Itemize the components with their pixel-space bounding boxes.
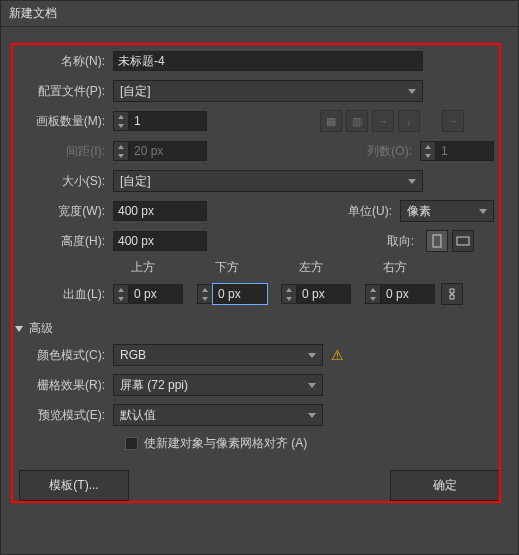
spacing-spinner bbox=[113, 141, 207, 161]
width-input[interactable] bbox=[113, 201, 207, 221]
arrange-right-icon: → bbox=[372, 110, 394, 132]
templates-button[interactable]: 模板(T)... bbox=[19, 470, 129, 501]
align-grid-label: 使新建对象与像素网格对齐 (A) bbox=[144, 435, 307, 452]
size-value: [自定] bbox=[120, 173, 151, 190]
bleed-left-label: 左方 bbox=[281, 259, 365, 276]
align-grid-checkbox[interactable] bbox=[125, 437, 138, 450]
dialog-title: 新建文档 bbox=[9, 6, 57, 20]
name-label: 名称(N): bbox=[15, 53, 113, 70]
templates-button-label: 模板(T)... bbox=[49, 478, 98, 492]
chevron-down-icon bbox=[408, 89, 416, 94]
chevron-down-icon bbox=[408, 179, 416, 184]
grid-col-icon: ▥ bbox=[346, 110, 368, 132]
profile-label: 配置文件(P): bbox=[15, 83, 113, 100]
grid-row-icon: ▦ bbox=[320, 110, 342, 132]
units-value: 像素 bbox=[407, 203, 431, 220]
chevron-down-icon bbox=[479, 209, 487, 214]
warning-icon: ⚠ bbox=[331, 347, 344, 363]
dialog-titlebar: 新建文档 bbox=[1, 1, 518, 27]
disclosure-triangle-icon[interactable] bbox=[15, 326, 23, 332]
bleed-bottom-input[interactable] bbox=[213, 284, 267, 304]
orient-label: 取向: bbox=[372, 233, 422, 250]
spacing-input bbox=[129, 141, 207, 161]
bleed-left-input[interactable] bbox=[297, 284, 351, 304]
size-dropdown[interactable]: [自定] bbox=[113, 170, 423, 192]
width-label: 宽度(W): bbox=[15, 203, 113, 220]
bleed-top-input[interactable] bbox=[129, 284, 183, 304]
columns-spinner bbox=[420, 141, 494, 161]
raster-label: 栅格效果(R): bbox=[15, 377, 113, 394]
artboards-spinner[interactable] bbox=[113, 111, 207, 131]
bleed-right-spinner[interactable] bbox=[365, 284, 435, 304]
artboards-label: 画板数量(M): bbox=[15, 113, 113, 130]
bleed-top-spinner[interactable] bbox=[113, 284, 183, 304]
bleed-left-spinner[interactable] bbox=[281, 284, 351, 304]
bleed-right-input[interactable] bbox=[381, 284, 435, 304]
preview-value: 默认值 bbox=[120, 407, 156, 424]
name-input[interactable] bbox=[113, 51, 423, 71]
ok-button-label: 确定 bbox=[433, 478, 457, 492]
svg-rect-0 bbox=[433, 235, 441, 247]
chevron-down-icon bbox=[308, 383, 316, 388]
arrange-down-icon: ↓ bbox=[398, 110, 420, 132]
artboards-input[interactable] bbox=[129, 111, 207, 131]
units-dropdown[interactable]: 像素 bbox=[400, 200, 494, 222]
raster-value: 屏幕 (72 ppi) bbox=[120, 377, 188, 394]
height-input[interactable] bbox=[113, 231, 207, 251]
height-label: 高度(H): bbox=[15, 233, 113, 250]
preview-dropdown[interactable]: 默认值 bbox=[113, 404, 323, 426]
colormode-value: RGB bbox=[120, 348, 146, 362]
link-icon bbox=[447, 287, 457, 301]
ok-button[interactable]: 确定 bbox=[390, 470, 500, 501]
link-bleed-button[interactable] bbox=[441, 283, 463, 305]
units-label: 单位(U): bbox=[336, 203, 400, 220]
size-label: 大小(S): bbox=[15, 173, 113, 190]
orient-portrait-button[interactable] bbox=[426, 230, 448, 252]
preview-label: 预览模式(E): bbox=[15, 407, 113, 424]
bleed-bottom-label: 下方 bbox=[197, 259, 281, 276]
columns-input bbox=[436, 141, 494, 161]
orient-landscape-button[interactable] bbox=[452, 230, 474, 252]
advanced-header: 高级 bbox=[29, 320, 53, 337]
landscape-icon bbox=[456, 235, 470, 247]
raster-dropdown[interactable]: 屏幕 (72 ppi) bbox=[113, 374, 323, 396]
columns-label: 列数(O): bbox=[356, 143, 420, 160]
bleed-bottom-spinner[interactable] bbox=[197, 284, 267, 304]
profile-value: [自定] bbox=[120, 83, 151, 100]
bleed-right-label: 右方 bbox=[365, 259, 449, 276]
svg-rect-1 bbox=[457, 237, 469, 245]
chevron-down-icon bbox=[308, 353, 316, 358]
chevron-down-icon bbox=[308, 413, 316, 418]
colormode-dropdown[interactable]: RGB bbox=[113, 344, 323, 366]
profile-dropdown[interactable]: [自定] bbox=[113, 80, 423, 102]
spacing-label: 间距(I): bbox=[15, 143, 113, 160]
colormode-label: 颜色模式(C): bbox=[15, 347, 113, 364]
arrange-alt-icon: → bbox=[442, 110, 464, 132]
portrait-icon bbox=[431, 234, 443, 248]
bleed-top-label: 上方 bbox=[113, 259, 197, 276]
bleed-label: 出血(L): bbox=[15, 286, 113, 303]
